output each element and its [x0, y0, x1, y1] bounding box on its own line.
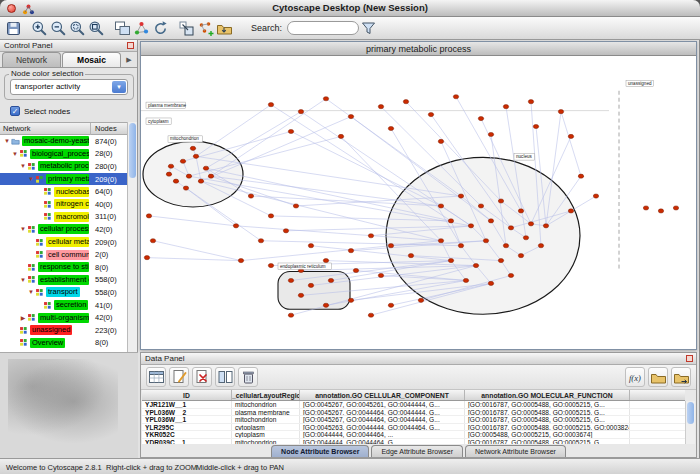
table-cell[interactable]: [GO:0045267, GO:0044464, GO:0044444, G..…: [300, 409, 465, 416]
network-node[interactable]: [483, 239, 488, 243]
network-node[interactable]: [488, 132, 493, 136]
tab-network[interactable]: Network: [2, 52, 61, 67]
tree-item-response-to-stimul[interactable]: response to stimul...8(0): [0, 261, 128, 274]
network-node[interactable]: [478, 116, 483, 120]
table-cell[interactable]: plasma membrane: [232, 409, 300, 416]
network-node[interactable]: [353, 268, 358, 272]
network-node[interactable]: [488, 281, 493, 285]
network-window-titlebar[interactable]: primary metabolic process: [141, 42, 696, 56]
network-node[interactable]: [168, 164, 173, 168]
table-row[interactable]: YKR052Ccytoplasm[GO:0044444, GO:0044464,…: [142, 431, 685, 439]
scrollbar-thumb[interactable]: [687, 402, 694, 424]
table-row[interactable]: YPL036W__2plasma membrane[GO:0045267, GO…: [142, 409, 685, 417]
rotate-icon[interactable]: [151, 19, 170, 38]
network-node[interactable]: [503, 105, 508, 109]
network-node[interactable]: [568, 134, 573, 138]
network-node[interactable]: [258, 239, 263, 243]
network-canvas[interactable]: plasma membranecytoplasmmitochondrionnuc…: [141, 57, 696, 349]
title-bar[interactable]: Cytoscape Desktop (New Session): [0, 0, 700, 17]
network-node[interactable]: [248, 194, 253, 198]
tree-item-cellular-metabo[interactable]: cellular metabo...209(0): [0, 236, 128, 249]
column-header-annotation-go-cellular-component[interactable]: annotation.GO CELLULAR_COMPONENT: [300, 390, 465, 400]
network-node[interactable]: [643, 206, 648, 210]
network-node[interactable]: [348, 298, 353, 302]
birdseye-view[interactable]: [0, 352, 138, 458]
table-cell[interactable]: [630, 431, 685, 438]
network-node[interactable]: [150, 239, 155, 243]
network-node[interactable]: [378, 105, 383, 109]
zoom-out-icon[interactable]: [49, 19, 68, 38]
network-node[interactable]: [458, 244, 463, 248]
network-node[interactable]: [146, 214, 151, 218]
network-node[interactable]: [203, 166, 208, 170]
network-node[interactable]: [338, 134, 343, 138]
network-node[interactable]: [438, 204, 443, 208]
tree-scrollbar[interactable]: [127, 122, 137, 352]
tree-item-nitrogen-compo[interactable]: nitrogen compo...40(0): [0, 198, 128, 211]
network-node[interactable]: [568, 209, 573, 213]
network-node[interactable]: [183, 186, 188, 190]
close-button[interactable]: [7, 4, 16, 13]
table-cell[interactable]: mitochondrion: [232, 401, 300, 408]
network-node[interactable]: [368, 234, 373, 238]
tree-item-transport[interactable]: ▼transport558(0): [0, 286, 128, 299]
network-node[interactable]: [388, 126, 393, 130]
select-nodes-checkbox[interactable]: ✓: [10, 106, 20, 116]
float-panel-icon[interactable]: [127, 42, 134, 49]
network-node[interactable]: [186, 174, 191, 178]
network-node[interactable]: [503, 244, 508, 248]
tree-item-biological-process[interactable]: ▼biological_process28(0): [0, 148, 128, 161]
tree-item-primary-metab[interactable]: ▼primary metab...209(0): [0, 173, 128, 186]
network-node[interactable]: [348, 115, 353, 119]
table-cell[interactable]: [GO:0016787, GO:0005488, GO:0005215, G..…: [465, 416, 630, 423]
tree-expand-handle[interactable]: ▼: [3, 138, 11, 144]
table-cell[interactable]: [GO:0044444, GO:0044464, ...: [300, 431, 465, 438]
scale-icon[interactable]: [177, 19, 196, 38]
network-node[interactable]: [593, 194, 598, 198]
formula-icon[interactable]: f(x): [625, 367, 645, 387]
network-node[interactable]: [523, 236, 528, 240]
network-node[interactable]: [498, 199, 503, 203]
column-header-empty[interactable]: [630, 390, 685, 400]
new-network-icon[interactable]: [196, 19, 215, 38]
network-node[interactable]: [190, 146, 195, 150]
network-node[interactable]: [543, 224, 548, 228]
network-node[interactable]: [448, 219, 453, 223]
zoom-fit-icon[interactable]: [87, 19, 106, 38]
network-node[interactable]: [508, 273, 513, 277]
tree-column-nodes[interactable]: Nodes: [92, 123, 128, 135]
table-cell[interactable]: mitochondrion: [232, 416, 300, 423]
network-node[interactable]: [408, 254, 413, 258]
table-scrollbar[interactable]: [685, 401, 695, 444]
export-attributes-icon[interactable]: [671, 367, 691, 387]
network-node[interactable]: [518, 209, 523, 213]
table-cell[interactable]: cytoplasm: [232, 431, 300, 438]
tree-column-network[interactable]: Network: [0, 123, 91, 135]
network-node[interactable]: [418, 298, 423, 302]
network-node[interactable]: [180, 159, 185, 163]
network-node[interactable]: [448, 259, 453, 263]
network-node[interactable]: [658, 209, 663, 213]
network-node[interactable]: [528, 222, 533, 226]
network-node[interactable]: [288, 313, 293, 317]
tree-item-cell-communica[interactable]: cell communica...2(0): [0, 248, 128, 261]
tab-edge-attribute-browser[interactable]: Edge Attribute Browser: [371, 445, 463, 457]
float-panel-icon[interactable]: [686, 355, 693, 362]
network-node[interactable]: [173, 179, 178, 183]
zoom-in-icon[interactable]: [30, 19, 49, 38]
table-cell[interactable]: [GO:0045263, GO:0044444, GO:0044464, G..…: [300, 424, 465, 431]
first-neighbors-icon[interactable]: [132, 19, 151, 38]
network-node[interactable]: [473, 263, 478, 267]
table-cell[interactable]: [GO:0045267, GO:0045261, GO:0044444, G..…: [300, 401, 465, 408]
tree-expand-handle[interactable]: ▼: [19, 163, 27, 169]
tree-expand-handle[interactable]: ▼: [11, 151, 19, 157]
tree-expand-handle[interactable]: ▼: [19, 277, 27, 283]
network-node[interactable]: [144, 256, 149, 260]
tree-expand-handle[interactable]: ▼: [27, 176, 35, 182]
network-node[interactable]: [293, 204, 298, 208]
table-row[interactable]: YLR295Ccytoplasm[GO:0045263, GO:0044444,…: [142, 424, 685, 432]
select-attributes-icon[interactable]: [146, 367, 166, 387]
tree-item-overview[interactable]: Overview8(0): [0, 337, 128, 350]
table-cell[interactable]: YPL036W__2: [142, 409, 232, 416]
tree-item-macromolecule[interactable]: macromolecule...311(0): [0, 211, 128, 224]
